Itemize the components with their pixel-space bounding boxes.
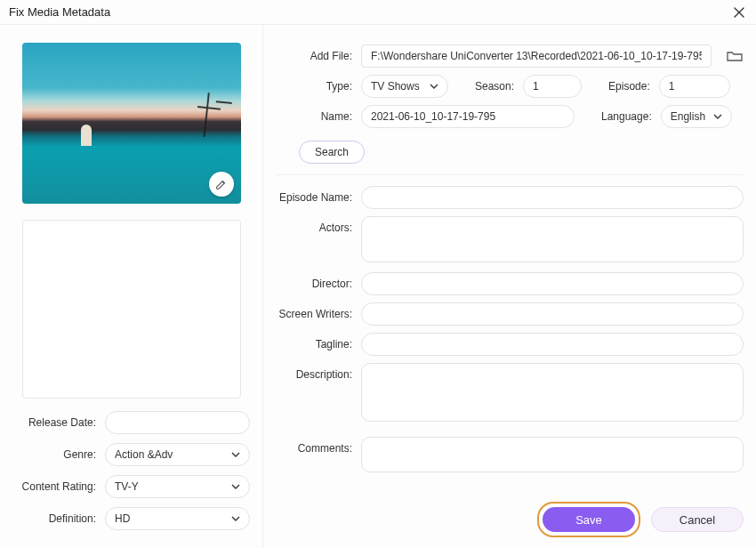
content-rating-label: Content Rating:: [12, 480, 105, 493]
browse-folder-button[interactable]: [726, 49, 744, 63]
definition-select[interactable]: HD: [105, 507, 250, 530]
footer-actions: Save Cancel: [537, 502, 744, 537]
genre-label: Genre:: [12, 448, 105, 461]
season-label: Season:: [475, 80, 514, 93]
left-panel: Release Date: Genre: Action &Adv C: [0, 25, 263, 548]
add-file-label: Add File:: [276, 50, 361, 62]
cancel-button[interactable]: Cancel: [651, 507, 744, 532]
chevron-down-icon: [231, 516, 240, 521]
actors-label: Actors:: [276, 216, 361, 234]
genre-value: Action &Adv: [115, 448, 173, 461]
divider: [276, 174, 744, 175]
screen-writers-input[interactable]: [361, 302, 744, 326]
language-select[interactable]: English: [661, 105, 732, 128]
release-date-input[interactable]: [105, 411, 250, 434]
description-input[interactable]: [361, 363, 744, 422]
description-label: Description:: [276, 363, 361, 381]
director-label: Director:: [276, 278, 361, 290]
screen-writers-label: Screen Writers:: [276, 308, 361, 320]
chevron-down-icon: [430, 84, 438, 89]
window-title: Fix Media Metadata: [9, 5, 110, 19]
name-input[interactable]: [361, 105, 575, 128]
search-button[interactable]: Search: [299, 141, 365, 164]
type-value: TV Shows: [371, 80, 420, 93]
right-panel: Add File: Type: TV Shows Seas: [263, 25, 756, 548]
episode-name-label: Episode Name:: [276, 191, 361, 204]
poster-placeholder[interactable]: [22, 220, 241, 399]
folder-icon: [727, 50, 743, 62]
add-file-input[interactable]: [361, 44, 712, 68]
actors-input[interactable]: [361, 216, 744, 262]
type-label: Type:: [276, 80, 361, 93]
comments-input[interactable]: [361, 437, 744, 472]
close-icon[interactable]: [731, 4, 747, 20]
genre-select[interactable]: Action &Adv: [105, 443, 250, 466]
chevron-down-icon: [231, 484, 240, 489]
comments-label: Comments:: [276, 437, 361, 455]
titlebar: Fix Media Metadata: [0, 0, 756, 25]
tagline-label: Tagline:: [276, 338, 361, 351]
content-rating-value: TV-Y: [115, 480, 139, 493]
media-thumbnail: [22, 43, 241, 204]
content-rating-select[interactable]: TV-Y: [105, 475, 250, 498]
tagline-input[interactable]: [361, 333, 744, 356]
episode-label: Episode:: [608, 80, 650, 93]
save-button[interactable]: Save: [543, 507, 635, 532]
definition-label: Definition:: [12, 512, 105, 525]
type-select[interactable]: TV Shows: [361, 75, 448, 98]
release-date-label: Release Date:: [12, 416, 105, 429]
chevron-down-icon: [231, 452, 240, 457]
language-value: English: [671, 110, 705, 123]
episode-name-input[interactable]: [361, 186, 744, 209]
chevron-down-icon: [713, 114, 722, 119]
name-label: Name:: [276, 110, 361, 123]
director-input[interactable]: [361, 272, 744, 295]
episode-input[interactable]: [659, 75, 730, 98]
language-label: Language:: [601, 110, 652, 123]
edit-thumbnail-button[interactable]: [209, 172, 234, 197]
definition-value: HD: [115, 512, 130, 525]
pencil-icon: [215, 178, 228, 190]
save-highlight: Save: [537, 502, 640, 537]
season-input[interactable]: [523, 75, 582, 98]
